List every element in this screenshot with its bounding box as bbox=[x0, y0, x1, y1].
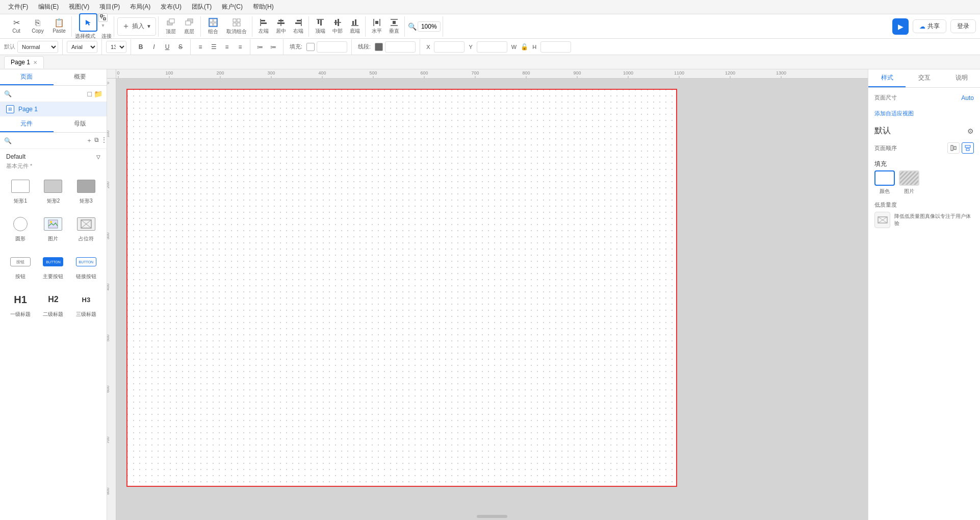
x-input[interactable] bbox=[434, 41, 465, 53]
line-value[interactable] bbox=[385, 41, 416, 53]
paste-button[interactable]: 📋 Paste bbox=[49, 17, 69, 36]
fill-image-option[interactable]: 图片 bbox=[899, 170, 919, 195]
desc-tab[interactable]: 说明 bbox=[943, 69, 980, 87]
font-select[interactable]: Arial bbox=[67, 41, 97, 53]
menu-account[interactable]: 账户(C) bbox=[218, 2, 247, 12]
unordered-list-button[interactable]: ≔ bbox=[254, 41, 266, 53]
distribute-v-button[interactable]: 垂直 bbox=[386, 17, 402, 36]
ordered-list-button[interactable]: ≔ bbox=[268, 41, 279, 53]
h-input[interactable] bbox=[540, 41, 571, 53]
masters-tab[interactable]: 母版 bbox=[54, 116, 107, 132]
align-right-button[interactable]: 右端 bbox=[290, 17, 306, 36]
arrange-portrait-button[interactable] bbox=[947, 142, 960, 154]
align-center-text-button[interactable]: ☰ bbox=[208, 41, 219, 53]
component-rect1[interactable]: 矩形1 bbox=[6, 174, 35, 208]
paragraph-style-select[interactable]: Normal bbox=[17, 41, 58, 53]
menu-help[interactable]: 帮助(H) bbox=[249, 2, 278, 12]
copy-component-icon[interactable]: ⧉ bbox=[94, 136, 99, 145]
font-size-select[interactable]: 13 bbox=[106, 41, 126, 53]
component-search-input[interactable] bbox=[14, 138, 84, 144]
add-page-icon[interactable]: □ bbox=[88, 90, 92, 98]
page-1-tab[interactable]: Page 1 ✕ bbox=[4, 56, 44, 68]
menu-view[interactable]: 视图(V) bbox=[65, 2, 93, 12]
component-placeholder[interactable]: 占位符 bbox=[72, 212, 100, 245]
select-mode-button[interactable] bbox=[79, 13, 97, 32]
pages-tab[interactable]: 页面 bbox=[0, 69, 54, 85]
components-tab[interactable]: 元件 bbox=[0, 116, 54, 132]
align-top-button[interactable]: 顶端 bbox=[312, 17, 328, 36]
group-tools-group: 组合 取消组合 bbox=[202, 16, 252, 37]
more-component-icon[interactable]: ⋮ bbox=[101, 136, 107, 145]
h-label: H bbox=[530, 44, 538, 50]
zoom-level[interactable]: 100% bbox=[418, 21, 441, 32]
component-h3[interactable]: H3 三级标题 bbox=[72, 287, 100, 321]
folder-icon[interactable]: 📁 bbox=[94, 90, 102, 98]
component-circle[interactable]: 圆形 bbox=[6, 212, 35, 245]
cut-button[interactable]: ✂ Cut bbox=[6, 17, 27, 36]
collapse-icon[interactable]: ▽ bbox=[96, 154, 100, 160]
justify-text-button[interactable]: ≡ bbox=[235, 41, 246, 53]
align-middle-button[interactable]: 中部 bbox=[329, 17, 346, 36]
menu-edit[interactable]: 编辑(E) bbox=[34, 2, 63, 12]
underline-button[interactable]: U bbox=[162, 41, 173, 53]
bottom-layer-button[interactable]: 底层 bbox=[180, 17, 198, 36]
svg-rect-30 bbox=[335, 20, 337, 25]
style-tab[interactable]: 样式 bbox=[868, 69, 906, 87]
menu-layout[interactable]: 布局(A) bbox=[126, 2, 154, 12]
ungroup-button[interactable]: 取消组合 bbox=[223, 17, 250, 36]
component-h2[interactable]: H2 二级标题 bbox=[39, 287, 67, 321]
menu-team[interactable]: 团队(T) bbox=[188, 2, 216, 12]
login-button[interactable]: 登录 bbox=[950, 19, 976, 33]
strikethrough-button[interactable]: S bbox=[175, 41, 186, 53]
fill-value[interactable] bbox=[317, 41, 347, 53]
component-link-button[interactable]: BUTTON 链接按钮 bbox=[72, 250, 100, 283]
line-color[interactable] bbox=[375, 43, 383, 51]
component-primary-button[interactable]: BUTTON 主要按钮 bbox=[39, 250, 67, 283]
interact-tab[interactable]: 交互 bbox=[906, 69, 943, 87]
horizontal-scrollbar[interactable] bbox=[477, 515, 507, 518]
insert-button[interactable]: ＋ 插入 ▼ bbox=[117, 17, 156, 36]
svg-rect-12 bbox=[209, 18, 217, 27]
component-button[interactable]: 按钮 按钮 bbox=[6, 250, 35, 283]
outline-tab[interactable]: 概要 bbox=[54, 69, 107, 85]
page-list-item[interactable]: ⊞ Page 1 bbox=[0, 102, 107, 116]
menu-file[interactable]: 文件(F) bbox=[4, 2, 32, 12]
canvas-area: 0 100 200 300 400 500 600 700 800 bbox=[107, 69, 868, 520]
align-center-button[interactable]: 居中 bbox=[273, 17, 289, 36]
copy-button[interactable]: ⎘ Copy bbox=[28, 17, 48, 36]
page-tab-label: Page 1 bbox=[11, 59, 30, 66]
align-bottom-button[interactable]: 底端 bbox=[347, 17, 363, 36]
align-right-text-button[interactable]: ≡ bbox=[221, 41, 233, 53]
search-icon: 🔍 bbox=[4, 137, 12, 144]
svg-rect-24 bbox=[297, 20, 301, 21]
top-layer-button[interactable]: 顶层 bbox=[162, 17, 180, 36]
adaptive-view-button[interactable]: 添加自适应视图 bbox=[874, 108, 974, 119]
menu-project[interactable]: 项目(P) bbox=[95, 2, 124, 12]
add-component-icon[interactable]: ＋ bbox=[86, 136, 92, 145]
canvas-page[interactable] bbox=[126, 89, 677, 487]
lock-icon[interactable]: 🔓 bbox=[521, 43, 528, 51]
component-rect2[interactable]: 矩形2 bbox=[39, 174, 67, 208]
distribute-h-button[interactable]: 水平 bbox=[369, 17, 385, 36]
default-settings-icon[interactable]: ⚙ bbox=[967, 127, 974, 135]
component-image[interactable]: 图片 bbox=[39, 212, 67, 245]
component-rect3[interactable]: 矩形3 bbox=[72, 174, 100, 208]
share-button[interactable]: ☁ 共享 bbox=[913, 19, 946, 33]
align-left-button[interactable]: 左端 bbox=[255, 17, 272, 36]
group-button[interactable]: 组合 bbox=[204, 17, 222, 36]
pages-search-input[interactable] bbox=[14, 91, 86, 97]
arrange-landscape-button[interactable] bbox=[962, 142, 974, 154]
component-h1[interactable]: H1 一级标题 bbox=[6, 287, 35, 321]
fill-color[interactable] bbox=[306, 43, 315, 51]
fill-color-option[interactable]: 颜色 bbox=[874, 170, 895, 195]
canvas-content[interactable] bbox=[116, 79, 868, 520]
align-left-text-button[interactable]: ≡ bbox=[195, 41, 206, 53]
bold-button[interactable]: B bbox=[135, 41, 146, 53]
preview-button[interactable]: ▶ bbox=[892, 18, 909, 35]
italic-button[interactable]: I bbox=[148, 41, 160, 53]
connect-button[interactable] bbox=[98, 13, 108, 22]
low-quality-row: 降低低质量图真像以专注于用户体验 bbox=[874, 212, 974, 228]
menu-publish[interactable]: 发布(U) bbox=[157, 2, 186, 12]
page-tab-close[interactable]: ✕ bbox=[33, 60, 37, 65]
y-input[interactable] bbox=[477, 41, 507, 53]
